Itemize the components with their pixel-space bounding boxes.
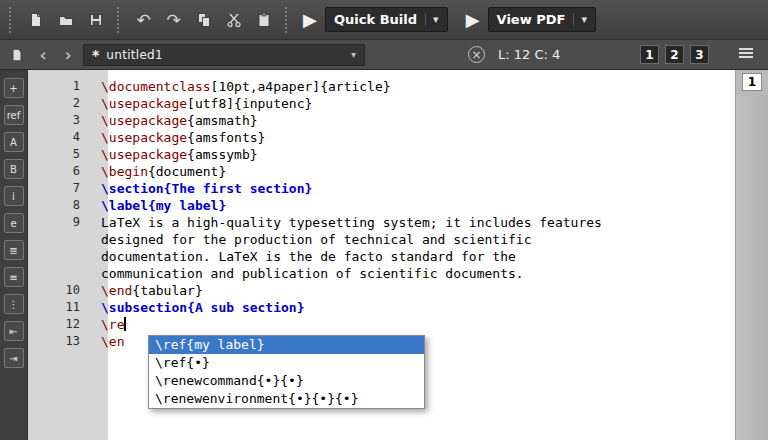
viewport-button-1[interactable]: 1 bbox=[640, 45, 659, 64]
line-number: 6 bbox=[28, 163, 94, 180]
view-pdf-dropdown[interactable]: View PDF ▾ bbox=[488, 7, 596, 32]
chevron-left-icon: ‹ bbox=[39, 44, 46, 65]
autocomplete-item[interactable]: \ref{•} bbox=[149, 354, 424, 372]
line-number: 1 bbox=[28, 78, 94, 95]
code-line[interactable]: 12\re bbox=[28, 316, 735, 333]
open-file-button[interactable] bbox=[52, 6, 79, 33]
editor-scrollbar[interactable]: 1 bbox=[735, 70, 768, 440]
cursor-position-label: L: 12 C: 4 bbox=[498, 47, 560, 62]
line-content: \usepackage{amsmath} bbox=[94, 112, 258, 129]
play-icon: ▶ bbox=[466, 9, 480, 30]
code-line[interactable]: 6\begin{document} bbox=[28, 163, 735, 180]
line-number: 5 bbox=[28, 146, 94, 163]
letter-style-icon[interactable]: A bbox=[4, 132, 24, 152]
viewport-button-3[interactable]: 3 bbox=[690, 45, 709, 64]
emph-icon[interactable]: e bbox=[4, 213, 24, 233]
tab-title: untitled1 bbox=[106, 48, 344, 62]
text-cursor bbox=[124, 317, 126, 331]
line-number: 3 bbox=[28, 112, 94, 129]
scissors-icon bbox=[226, 12, 242, 28]
quick-build-dropdown[interactable]: Quick Build ▾ bbox=[325, 7, 448, 32]
redo-icon: ↷ bbox=[166, 10, 180, 30]
new-file-button[interactable] bbox=[22, 6, 49, 33]
toolbar-grip[interactable] bbox=[117, 7, 122, 33]
line-content: communication and publication of scienti… bbox=[94, 265, 524, 282]
play-icon: ▶ bbox=[303, 9, 317, 30]
autocomplete-item[interactable]: \ref{my label} bbox=[149, 336, 424, 354]
close-tab-button[interactable]: × bbox=[468, 46, 485, 63]
document-button[interactable] bbox=[6, 44, 28, 66]
list-icon[interactable]: ≣ bbox=[4, 240, 24, 260]
chevron-right-icon: › bbox=[64, 44, 71, 65]
line-number bbox=[28, 231, 94, 248]
itemize-icon[interactable]: ≡ bbox=[4, 267, 24, 287]
code-line[interactable]: communication and publication of scienti… bbox=[28, 265, 735, 282]
structure-list-button[interactable] bbox=[734, 44, 758, 66]
code-line[interactable]: 11\subsection{A sub section} bbox=[28, 299, 735, 316]
line-content: \usepackage[utf8]{inputenc} bbox=[94, 95, 312, 112]
line-content: designed for the production of technical… bbox=[94, 231, 531, 248]
line-content: \label{my label} bbox=[94, 197, 226, 214]
code-line[interactable]: 1\documentclass[10pt,a4paper]{article} bbox=[28, 78, 735, 95]
line-content: \subsection{A sub section} bbox=[94, 299, 305, 316]
quick-build-run-button[interactable]: ▶ bbox=[298, 6, 322, 33]
arrow-left-icon[interactable]: ⇤ bbox=[4, 321, 24, 341]
line-number: 4 bbox=[28, 129, 94, 146]
line-number bbox=[28, 248, 94, 265]
undo-button[interactable]: ↶ bbox=[130, 6, 157, 33]
code-line[interactable]: 4\usepackage{amsfonts} bbox=[28, 129, 735, 146]
toolbar-grip[interactable] bbox=[285, 7, 290, 33]
view-buttons: 123 bbox=[640, 45, 709, 64]
file-tab-selector[interactable]: * untitled1 ▾ bbox=[83, 44, 365, 66]
document-icon bbox=[10, 48, 24, 62]
line-number: 9 bbox=[28, 214, 94, 231]
line-number: 8 bbox=[28, 197, 94, 214]
scrollbar-track[interactable] bbox=[736, 95, 768, 440]
line-number: 12 bbox=[28, 316, 94, 333]
chevron-down-icon: ▾ bbox=[425, 13, 439, 26]
redo-button[interactable]: ↷ bbox=[160, 6, 187, 33]
view-pdf-run-button[interactable]: ▶ bbox=[461, 6, 485, 33]
italic-icon[interactable]: i bbox=[4, 186, 24, 206]
code-line[interactable]: 10\end{tabular} bbox=[28, 282, 735, 299]
save-file-button[interactable] bbox=[82, 6, 109, 33]
enumerate-icon[interactable]: ⋮ bbox=[4, 294, 24, 314]
arrow-right-icon[interactable]: ⇥ bbox=[4, 348, 24, 368]
line-content: \end{tabular} bbox=[94, 282, 203, 299]
autocomplete-item[interactable]: \renewenvironment{•}{•}{•} bbox=[149, 390, 424, 408]
code-line[interactable]: 7\section{The first section} bbox=[28, 180, 735, 197]
line-number: 13 bbox=[28, 333, 94, 350]
code-line[interactable]: 2\usepackage[utf8]{inputenc} bbox=[28, 95, 735, 112]
tab-bar: ‹ › * untitled1 ▾ × L: 12 C: 4 123 bbox=[0, 40, 768, 70]
line-content: \usepackage{amssymb} bbox=[94, 146, 258, 163]
autocomplete-item[interactable]: \renewcommand{•}{•} bbox=[149, 372, 424, 390]
code-line[interactable]: 9LaTeX is a high-quality typesetting sys… bbox=[28, 214, 735, 231]
code-line[interactable]: documentation. LaTeX is the de facto sta… bbox=[28, 248, 735, 265]
code-line[interactable]: designed for the production of technical… bbox=[28, 231, 735, 248]
bold-icon[interactable]: B bbox=[4, 159, 24, 179]
autocomplete-popup: \ref{my label}\ref{•}\renewcommand{•}{•}… bbox=[148, 335, 425, 409]
toolbar-grip[interactable] bbox=[9, 7, 14, 33]
chevron-down-icon: ▾ bbox=[573, 13, 587, 26]
code-line[interactable]: 8\label{my label} bbox=[28, 197, 735, 214]
line-number bbox=[28, 265, 94, 282]
main-area: +refABie≣≡⋮⇤⇥ 1\documentclass[10pt,a4pap… bbox=[0, 70, 768, 440]
ref-icon[interactable]: ref bbox=[4, 105, 24, 125]
insert-frame-icon[interactable]: + bbox=[4, 78, 24, 98]
editor[interactable]: 1\documentclass[10pt,a4paper]{article}2\… bbox=[28, 70, 735, 440]
back-button[interactable]: ‹ bbox=[33, 44, 53, 66]
copy-button[interactable] bbox=[190, 6, 217, 33]
viewport-button-2[interactable]: 2 bbox=[665, 45, 684, 64]
view-pdf-label: View PDF bbox=[497, 12, 566, 27]
code-line[interactable]: 3\usepackage{amsmath} bbox=[28, 112, 735, 129]
copy-icon bbox=[196, 12, 212, 28]
line-content: \re bbox=[94, 316, 126, 333]
line-content: \en bbox=[94, 333, 124, 350]
line-content: documentation. LaTeX is the de facto sta… bbox=[94, 248, 516, 265]
clipboard-icon bbox=[256, 12, 272, 28]
forward-button[interactable]: › bbox=[58, 44, 78, 66]
cut-button[interactable] bbox=[220, 6, 247, 33]
line-number: 2 bbox=[28, 95, 94, 112]
paste-button[interactable] bbox=[250, 6, 277, 33]
code-line[interactable]: 5\usepackage{amssymb} bbox=[28, 146, 735, 163]
